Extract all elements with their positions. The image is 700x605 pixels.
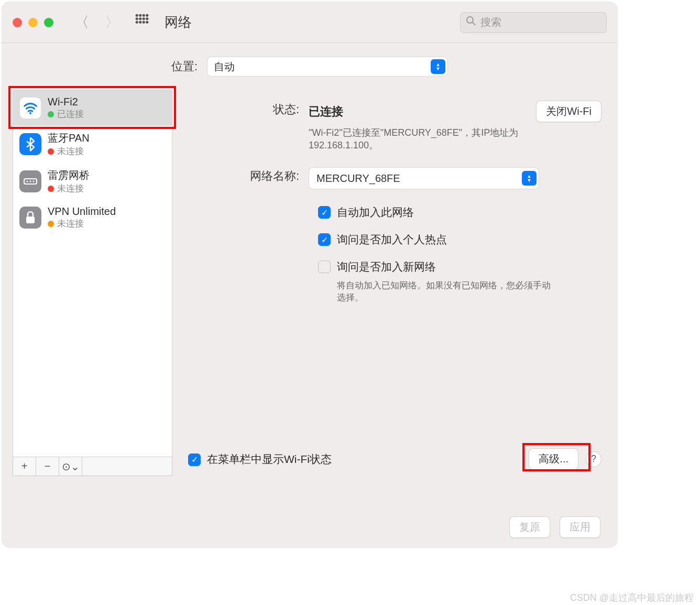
menubar-status-checkbox[interactable]: ✓: [188, 453, 201, 466]
apply-button[interactable]: 应用: [560, 516, 600, 538]
thunderbolt-bridge-icon: [19, 170, 41, 192]
checkbox-label: 自动加入此网络: [337, 205, 414, 220]
status-description: "Wi-Fi2"已连接至"MERCURY_68FE"，其IP地址为 192.16…: [309, 126, 539, 152]
bottom-bar: ✓ 在菜单栏中显示Wi-Fi状态 高级... ?: [188, 442, 601, 476]
maximize-button[interactable]: [44, 18, 53, 27]
sidebar-item-label: 雷雳网桥: [48, 168, 90, 182]
svg-point-17: [30, 181, 31, 182]
sidebar-item-thunderbolt[interactable]: 雷雳网桥 未连接: [13, 163, 172, 200]
search-input[interactable]: [480, 16, 613, 28]
svg-line-13: [473, 23, 475, 25]
svg-point-10: [143, 21, 145, 24]
sidebar-wrap: Wi-Fi2 已连接 蓝牙PAN 未连接: [13, 90, 172, 476]
ask-hotspot-checkbox[interactable]: ✓: [318, 233, 331, 246]
traffic-lights: [13, 18, 53, 27]
detail-panel: 状态: 已连接 关闭Wi-Fi "Wi-Fi2"已连接至"MERCURY_68F…: [183, 90, 607, 476]
svg-point-16: [27, 181, 28, 182]
status-dot-icon: [48, 148, 54, 155]
svg-point-18: [33, 181, 35, 182]
svg-point-6: [143, 17, 145, 20]
system-preferences-window: 〈 〉 网络 位置: 自动 ▲▼: [2, 2, 617, 547]
titlebar: 〈 〉 网络: [2, 2, 617, 43]
window-title: 网络: [165, 13, 192, 31]
svg-point-12: [467, 17, 473, 23]
ask-new-network-checkbox-row: 询问是否加入新网络 将自动加入已知网络。如果没有已知网络，您必须手动选择。: [188, 260, 601, 304]
select-arrows-icon: ▲▼: [522, 171, 537, 186]
sidebar-item-label: VPN Unlimited: [48, 206, 116, 218]
auto-join-checkbox[interactable]: ✓: [318, 206, 331, 219]
svg-point-14: [29, 112, 31, 114]
network-name-value: MERCURY_68FE: [316, 172, 400, 185]
bluetooth-icon: [19, 133, 41, 155]
body: Wi-Fi2 已连接 蓝牙PAN 未连接: [2, 90, 617, 487]
sidebar-item-label: 蓝牙PAN: [48, 131, 90, 145]
svg-point-11: [146, 21, 148, 24]
network-name-select[interactable]: MERCURY_68FE ▲▼: [309, 167, 539, 189]
close-button[interactable]: [13, 18, 22, 27]
sidebar-item-label: Wi-Fi2: [48, 96, 84, 108]
wifi-toggle-button[interactable]: 关闭Wi-Fi: [536, 101, 601, 122]
network-name-label: 网络名称:: [188, 167, 309, 184]
show-all-icon[interactable]: [135, 14, 149, 31]
auto-join-checkbox-row: ✓ 自动加入此网络: [188, 205, 601, 220]
svg-point-8: [136, 21, 138, 24]
watermark-text: CSDN @走过高中最后的旅程: [570, 591, 694, 604]
checkbox-label: 询问是否加入新网络: [337, 260, 557, 274]
svg-point-4: [136, 17, 138, 20]
network-name-row: 网络名称: MERCURY_68FE ▲▼: [188, 167, 601, 189]
remove-interface-button[interactable]: −: [36, 457, 59, 476]
svg-point-9: [139, 21, 141, 24]
menubar-checkbox-row: ✓ 在菜单栏中显示Wi-Fi状态: [188, 452, 332, 467]
wifi-icon: [19, 97, 41, 119]
status-value: 已连接: [309, 104, 343, 120]
location-label: 位置:: [171, 59, 198, 74]
lock-icon: [19, 207, 41, 229]
checkbox-label: 在菜单栏中显示Wi-Fi状态: [207, 452, 332, 467]
svg-point-0: [136, 14, 138, 17]
status-label: 状态:: [188, 101, 309, 117]
select-arrows-icon: ▲▼: [431, 59, 445, 74]
status-dot-icon: [48, 186, 54, 192]
checkbox-label: 询问是否加入个人热点: [337, 232, 447, 247]
help-button[interactable]: ?: [586, 451, 601, 467]
status-dot-icon: [48, 111, 54, 117]
interface-options-button[interactable]: ⊙⌄: [59, 457, 82, 476]
add-interface-button[interactable]: +: [13, 457, 36, 476]
nav-arrows: 〈 〉: [74, 13, 119, 33]
sidebar-item-vpn[interactable]: VPN Unlimited 未连接: [13, 200, 172, 235]
svg-rect-19: [26, 217, 35, 223]
sidebar-toolbar: + − ⊙⌄: [13, 457, 172, 476]
back-button[interactable]: 〈: [74, 13, 89, 33]
svg-point-2: [143, 14, 145, 17]
svg-point-1: [139, 14, 141, 17]
location-row: 位置: 自动 ▲▼: [2, 43, 617, 90]
revert-button[interactable]: 复原: [509, 516, 550, 538]
svg-point-5: [139, 17, 141, 20]
ask-hotspot-checkbox-row: ✓ 询问是否加入个人热点: [188, 232, 601, 247]
network-sidebar: Wi-Fi2 已连接 蓝牙PAN 未连接: [13, 90, 172, 457]
location-select[interactable]: 自动 ▲▼: [207, 57, 448, 77]
sidebar-item-bluetooth[interactable]: 蓝牙PAN 未连接: [13, 126, 172, 163]
search-icon: [466, 16, 476, 29]
search-box[interactable]: [460, 12, 607, 33]
footer-buttons: 复原 应用: [509, 516, 600, 538]
advanced-button[interactable]: 高级...: [529, 448, 578, 470]
status-dot-icon: [48, 221, 54, 227]
location-value: 自动: [214, 60, 235, 74]
minimize-button[interactable]: [28, 18, 38, 27]
checkbox-description: 将自动加入已知网络。如果没有已知网络，您必须手动选择。: [337, 279, 557, 304]
status-row: 状态: 已连接 关闭Wi-Fi "Wi-Fi2"已连接至"MERCURY_68F…: [188, 101, 601, 152]
svg-point-7: [146, 17, 148, 20]
ask-new-network-checkbox[interactable]: [318, 261, 331, 273]
sidebar-item-wifi[interactable]: Wi-Fi2 已连接: [13, 91, 172, 126]
forward-button[interactable]: 〉: [105, 13, 119, 33]
svg-point-3: [146, 14, 148, 17]
